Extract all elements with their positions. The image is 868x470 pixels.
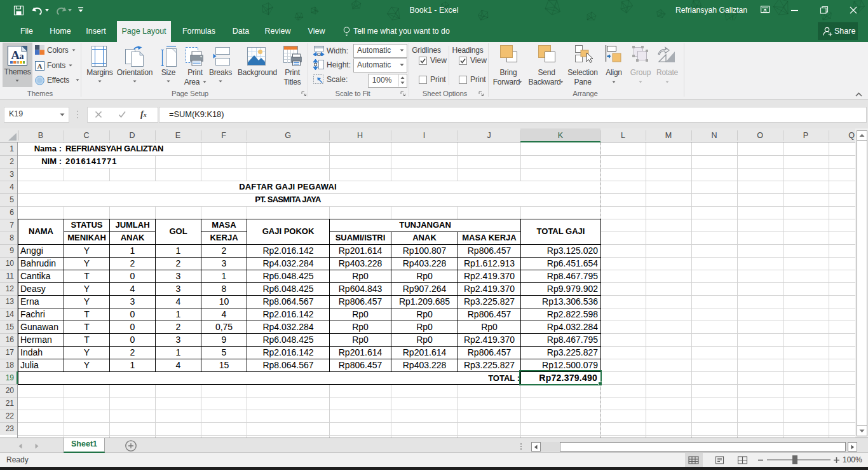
- svg-text:a: a: [20, 52, 24, 61]
- svg-text:A: A: [11, 48, 20, 62]
- svg-text:A: A: [37, 62, 43, 70]
